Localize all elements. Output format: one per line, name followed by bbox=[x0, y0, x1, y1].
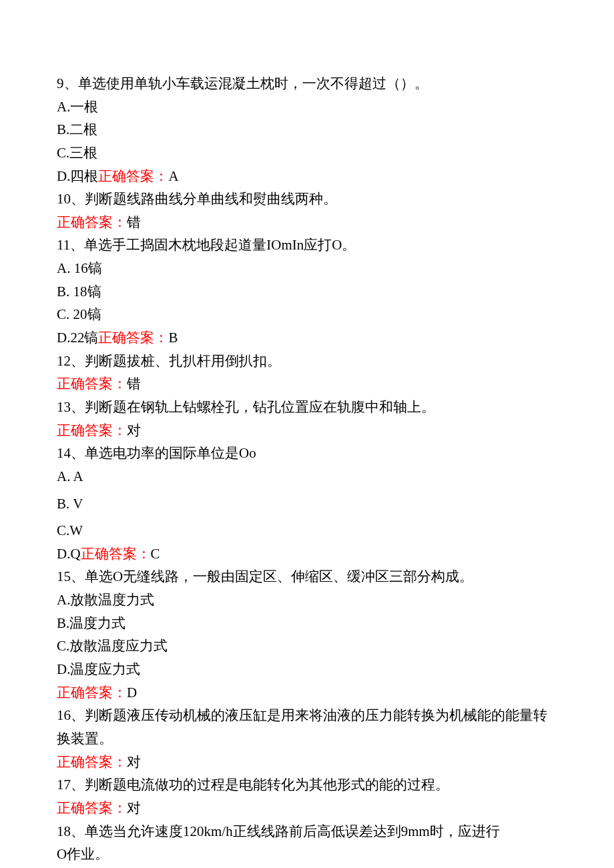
q14-option-d: D.Q bbox=[57, 546, 81, 562]
q15-option-b: B.温度力式 bbox=[57, 612, 557, 635]
q10-answer-value: 错 bbox=[127, 214, 141, 230]
q13-answer-label: 正确答案： bbox=[57, 422, 127, 438]
q18-stem-line2: O作业。 bbox=[57, 843, 557, 866]
q11-option-d-and-answer: D.22镐正确答案：B bbox=[57, 326, 557, 350]
q11-answer-label: 正确答案： bbox=[98, 330, 168, 346]
q15-option-d: D.温度应力式 bbox=[57, 658, 557, 681]
q15-option-c: C.放散温度应力式 bbox=[57, 634, 557, 658]
q9-option-d: D.四根 bbox=[57, 168, 98, 184]
q14-stem: 14、单选电功率的国际单位是Oo bbox=[57, 442, 557, 465]
q9-option-d-and-answer: D.四根正确答案：A bbox=[57, 165, 557, 188]
q13-answer-value: 对 bbox=[127, 422, 141, 438]
q11-option-b: B. 18镐 bbox=[57, 280, 557, 304]
q11-option-d: D.22镐 bbox=[57, 330, 98, 346]
q16-answer-label: 正确答案： bbox=[57, 754, 127, 770]
q14-answer-label: 正确答案： bbox=[81, 546, 151, 562]
q12-stem: 12、判断题拔桩、扎扒杆用倒扒扣。 bbox=[57, 350, 557, 373]
q11-option-a: A. 16镐 bbox=[57, 257, 557, 280]
q17-answer-label: 正确答案： bbox=[57, 800, 127, 816]
q18-stem-line1: 18、单选当允许速度120km/h正线线路前后高低误差达到9mm时，应进行 bbox=[57, 820, 557, 843]
q15-answer: 正确答案：D bbox=[57, 681, 557, 705]
q9-option-a: A.一根 bbox=[57, 95, 557, 119]
q10-stem: 10、判断题线路曲线分单曲线和熨曲线两种。 bbox=[57, 187, 557, 211]
q14-option-d-and-answer: D.Q正确答案：C bbox=[57, 542, 557, 566]
q11-answer-value: B bbox=[168, 330, 178, 346]
q14-option-b: B. V bbox=[57, 492, 557, 516]
q12-answer-label: 正确答案： bbox=[57, 376, 127, 392]
q12-answer-value: 错 bbox=[127, 376, 141, 392]
q9-stem: 9、单选使用单轨小车载运混凝土枕时，一次不得超过（）。 bbox=[57, 72, 557, 95]
document-page: 9、单选使用单轨小车载运混凝土枕时，一次不得超过（）。 A.一根 B.二根 C.… bbox=[0, 0, 614, 868]
q16-answer: 正确答案：对 bbox=[57, 751, 557, 774]
q9-option-b: B.二根 bbox=[57, 118, 557, 141]
q9-answer-value: A bbox=[168, 168, 178, 184]
q15-option-a: A.放散温度力式 bbox=[57, 588, 557, 612]
q15-answer-label: 正确答案： bbox=[57, 685, 127, 701]
q13-stem: 13、判断题在钢轨上钻螺栓孔，钻孔位置应在轨腹中和轴上。 bbox=[57, 396, 557, 419]
q17-answer: 正确答案：对 bbox=[57, 797, 557, 820]
q17-stem: 17、判断题电流做功的过程是电能转化为其他形式的能的过程。 bbox=[57, 773, 557, 797]
q12-answer: 正确答案：错 bbox=[57, 372, 557, 396]
q9-answer-label: 正确答案： bbox=[98, 168, 168, 184]
q15-answer-value: D bbox=[127, 685, 137, 701]
q15-stem: 15、单选O无缝线路，一般由固定区、伸缩区、缓冲区三部分构成。 bbox=[57, 565, 557, 588]
q10-answer: 正确答案：错 bbox=[57, 211, 557, 234]
q14-answer-value: C bbox=[151, 546, 160, 562]
q14-option-c: C.W bbox=[57, 519, 557, 542]
q10-answer-label: 正确答案： bbox=[57, 214, 127, 230]
q13-answer: 正确答案：对 bbox=[57, 419, 557, 442]
q16-stem: 16、判断题液压传动机械的液压缸是用来将油液的压力能转换为机械能的能量转换装置。 bbox=[57, 704, 557, 750]
q14-option-a: A. A bbox=[57, 465, 557, 488]
q16-answer-value: 对 bbox=[127, 754, 141, 770]
q11-option-c: C. 20镐 bbox=[57, 303, 557, 326]
q11-stem: 11、单选手工捣固木枕地段起道量IOmIn应打O。 bbox=[57, 234, 557, 257]
q17-answer-value: 对 bbox=[127, 800, 141, 816]
q9-option-c: C.三根 bbox=[57, 141, 557, 165]
